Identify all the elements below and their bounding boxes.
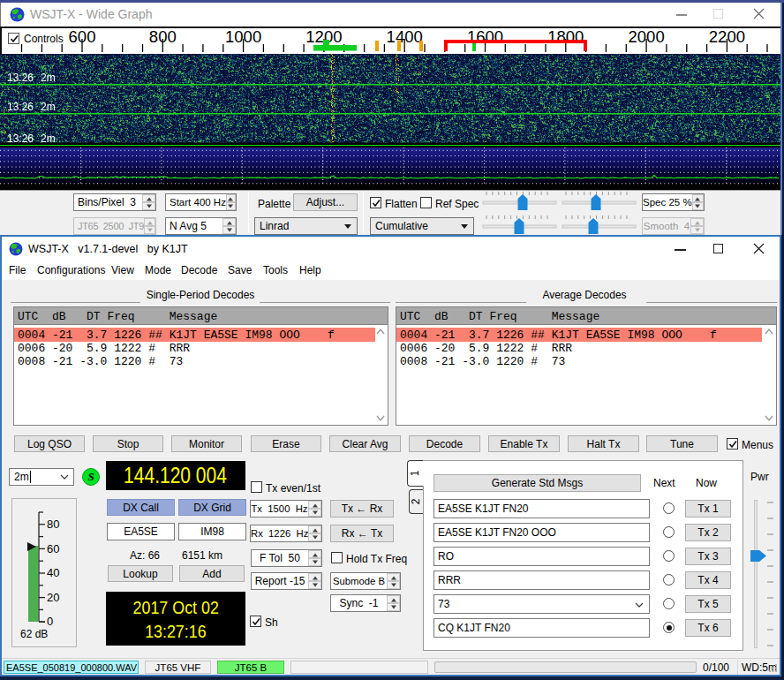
- svg-text:0: 0: [47, 615, 53, 628]
- svg-text:80: 80: [47, 518, 59, 531]
- svg-text:20: 20: [47, 591, 59, 604]
- svg-text:60: 60: [47, 542, 59, 555]
- svg-text:40: 40: [47, 566, 59, 579]
